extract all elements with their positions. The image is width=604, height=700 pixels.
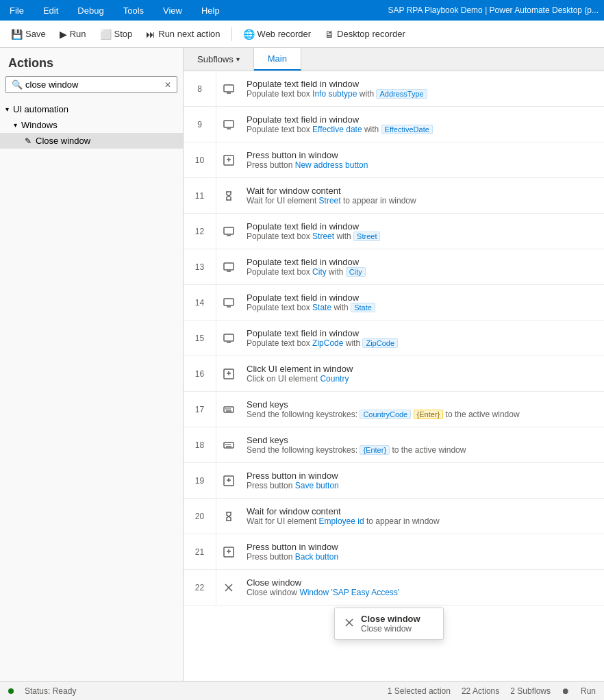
tab-subflows[interactable]: Subflows ▾ [184, 48, 254, 71]
main-label: Main [268, 53, 287, 64]
row-icon [216, 534, 241, 569]
web-recorder-label: Web recorder [257, 29, 312, 39]
action-desc: Wait for UI element Street to appear in … [247, 196, 599, 205]
stop-button[interactable]: ⬜ Stop [95, 26, 138, 42]
sidebar-item-windows[interactable]: ▾ Windows [0, 117, 183, 133]
row-number: 22 [184, 570, 216, 605]
table-row[interactable]: 10 Press button in window Press button N… [184, 142, 604, 178]
toolbar: 💾 Save ▶ Run ⬜ Stop ⏭ Run next action 🌐 … [0, 21, 604, 48]
action-title: Populate text field in window [247, 292, 599, 303]
row-icon [216, 392, 241, 427]
row-number: 12 [184, 214, 216, 249]
row-icon [216, 356, 241, 391]
action-title: Close window [247, 577, 599, 588]
action-title: Populate text field in window [247, 114, 599, 125]
action-desc: Close window Window 'SAP Easy Access' [247, 588, 599, 597]
run-button[interactable]: ▶ Run [54, 26, 92, 42]
row-content: Wait for window content Wait for UI elem… [241, 499, 604, 534]
run-label: Run [70, 29, 86, 39]
action-title: Populate text field in window [247, 221, 599, 232]
action-desc: Press button Save button [247, 481, 599, 490]
menu-view[interactable]: View [159, 4, 186, 17]
sidebar-title: Actions [0, 48, 183, 76]
menu-file[interactable]: File [5, 4, 28, 17]
action-title: Press button in window [247, 150, 599, 160]
action-title: Populate text field in window [247, 257, 599, 267]
tooltip-content: Close window Close window [361, 614, 420, 634]
svg-rect-2 [224, 121, 234, 127]
subflows-label: Subflows [197, 54, 234, 64]
action-title: Populate text field in window [247, 79, 599, 89]
chevron-down-icon: ▾ [236, 55, 240, 63]
action-desc: Send the following keystrokes: {Enter} t… [247, 445, 599, 455]
row-content: Populate text field in window Populate t… [241, 249, 604, 284]
table-row[interactable]: 18 Send keys Send the following keystrok… [184, 427, 604, 463]
stop-icon: ⬜ [100, 29, 112, 40]
flow-area: 8 Populate text field in window Populate… [184, 71, 604, 681]
svg-rect-11 [224, 334, 234, 341]
action-title: Wait for window content [247, 506, 599, 516]
table-row[interactable]: 9 Populate text field in window Populate… [184, 107, 604, 142]
action-title: Press button in window [247, 542, 599, 552]
save-label: Save [25, 29, 46, 39]
sidebar-item-ui-automation[interactable]: ▾ UI automation [0, 101, 183, 117]
table-row[interactable]: 13 Populate text field in window Populat… [184, 249, 604, 285]
row-content: Send keys Send the following keystrokes:… [241, 427, 604, 462]
table-row[interactable]: 12 Populate text field in window Populat… [184, 214, 604, 249]
action-desc: Populate text box City with City [247, 267, 599, 277]
run-next-label: Run next action [158, 29, 220, 39]
action-title: Send keys [247, 399, 599, 410]
table-row[interactable]: 19 Press button in window Press button S… [184, 463, 604, 499]
row-number: 21 [184, 534, 216, 569]
tab-main[interactable]: Main [254, 48, 301, 71]
action-desc: Press button New address button [247, 160, 599, 170]
table-row[interactable]: 22 Close window Close window Window 'SAP… [184, 570, 604, 605]
tooltip-close-icon [343, 616, 355, 632]
menu-help[interactable]: Help [197, 4, 224, 17]
table-row[interactable]: 20 Wait for window content Wait for UI e… [184, 499, 604, 534]
sidebar: Actions 🔍 ✕ ▾ UI automation ▾ Windows ✎ … [0, 48, 184, 681]
row-icon [216, 178, 241, 213]
table-row[interactable]: 14 Populate text field in window Populat… [184, 285, 604, 321]
row-number: 11 [184, 178, 216, 213]
desktop-recorder-button[interactable]: 🖥 Desktop recorder [319, 26, 411, 42]
sidebar-tree: ▾ UI automation ▾ Windows ✎ Close window [0, 99, 183, 681]
table-row[interactable]: 11 Wait for window content Wait for UI e… [184, 178, 604, 214]
menu-debug[interactable]: Debug [73, 4, 108, 17]
row-content: Populate text field in window Populate t… [241, 107, 604, 142]
action-desc: Populate text box State with State [247, 303, 599, 312]
main-layout: Actions 🔍 ✕ ▾ UI automation ▾ Windows ✎ … [0, 48, 604, 681]
row-number: 20 [184, 499, 216, 534]
run-next-action-button[interactable]: ⏭ Run next action [140, 26, 225, 42]
save-button[interactable]: 💾 Save [5, 26, 51, 42]
row-icon [216, 107, 241, 142]
tooltip-subtitle: Close window [361, 624, 420, 634]
web-recorder-icon: 🌐 [243, 29, 255, 40]
row-content: Press button in window Press button Back… [241, 534, 604, 569]
svg-rect-0 [224, 85, 234, 92]
sidebar-item-close-window[interactable]: ✎ Close window [0, 133, 183, 149]
search-box[interactable]: 🔍 ✕ [5, 76, 177, 93]
status-text: Status: Ready [25, 686, 76, 696]
web-recorder-button[interactable]: 🌐 Web recorder [238, 26, 317, 42]
clear-search-icon[interactable]: ✕ [164, 80, 171, 90]
close-window-tooltip: Close window Close window [334, 608, 444, 640]
table-row[interactable]: 15 Populate text field in window Populat… [184, 321, 604, 356]
action-title: Wait for window content [247, 186, 599, 196]
row-content: Press button in window Press button Save… [241, 463, 604, 498]
table-row[interactable]: 17 Send keys Send the following keystrok… [184, 392, 604, 427]
menu-edit[interactable]: Edit [39, 4, 62, 17]
tree-group-ui-automation: ▾ UI automation ▾ Windows ✎ Close window [0, 99, 183, 151]
row-number: 10 [184, 142, 216, 177]
windows-label: Windows [21, 120, 58, 130]
menu-tools[interactable]: Tools [119, 4, 148, 17]
chevron-down-icon: ▾ [14, 121, 17, 129]
search-input[interactable] [25, 79, 164, 90]
action-desc: Populate text box Street with Street [247, 232, 599, 241]
action-desc: Press button Back button [247, 552, 599, 562]
table-row[interactable]: 21 Press button in window Press button B… [184, 534, 604, 570]
row-icon [216, 463, 241, 498]
table-row[interactable]: 8 Populate text field in window Populate… [184, 71, 604, 107]
action-desc: Populate text box ZipCode with ZipCode [247, 338, 599, 348]
table-row[interactable]: 16 Click UI element in window Click on U… [184, 356, 604, 392]
